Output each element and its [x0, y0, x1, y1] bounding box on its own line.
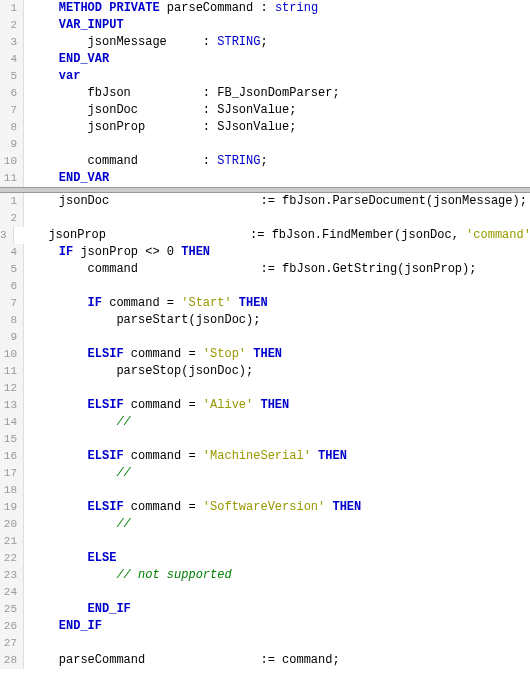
- code-line[interactable]: 13 ELSIF command = 'Alive' THEN: [0, 397, 530, 414]
- token: ELSIF: [88, 500, 124, 514]
- code-line[interactable]: 27: [0, 635, 530, 652]
- line-number: 12: [0, 380, 24, 397]
- code-line[interactable]: 14 //: [0, 414, 530, 431]
- line-number: 20: [0, 516, 24, 533]
- code-content[interactable]: ELSIF command = 'Alive' THEN: [24, 397, 530, 414]
- code-content[interactable]: // not supported: [24, 567, 530, 584]
- code-content[interactable]: VAR_INPUT: [24, 17, 530, 34]
- code-content[interactable]: fbJson : FB_JsonDomParser;: [24, 85, 530, 102]
- token: [30, 568, 116, 582]
- code-content[interactable]: parseCommand := command;: [24, 652, 530, 669]
- token: ;: [260, 35, 267, 49]
- code-line[interactable]: 2: [0, 210, 530, 227]
- code-content[interactable]: jsonProp := fbJson.FindMember(jsonDoc, '…: [14, 227, 530, 244]
- code-content[interactable]: parseStart(jsonDoc);: [24, 312, 530, 329]
- code-line[interactable]: 7 jsonDoc : SJsonValue;: [0, 102, 530, 119]
- code-content[interactable]: [24, 210, 530, 227]
- code-content[interactable]: parseStop(jsonDoc);: [24, 363, 530, 380]
- code-content[interactable]: END_VAR: [24, 51, 530, 68]
- code-content[interactable]: END_IF: [24, 601, 530, 618]
- token: THEN: [332, 500, 361, 514]
- code-line[interactable]: 12: [0, 380, 530, 397]
- code-line[interactable]: 24: [0, 584, 530, 601]
- code-content[interactable]: [24, 635, 530, 652]
- code-line[interactable]: 23 // not supported: [0, 567, 530, 584]
- code-line[interactable]: 11 END_VAR: [0, 170, 530, 187]
- code-line[interactable]: 18: [0, 482, 530, 499]
- code-content[interactable]: ELSE: [24, 550, 530, 567]
- code-content[interactable]: jsonProp : SJsonValue;: [24, 119, 530, 136]
- code-content[interactable]: var: [24, 68, 530, 85]
- token: [30, 69, 59, 83]
- token: [30, 602, 88, 616]
- code-line[interactable]: 26 END_IF: [0, 618, 530, 635]
- code-content[interactable]: IF jsonProp <> 0 THEN: [24, 244, 530, 261]
- code-line[interactable]: 11 parseStop(jsonDoc);: [0, 363, 530, 380]
- code-line[interactable]: 17 //: [0, 465, 530, 482]
- code-content[interactable]: command : STRING;: [24, 153, 530, 170]
- token: string: [275, 1, 318, 15]
- implementation-pane[interactable]: 1 jsonDoc := fbJson.ParseDocument(jsonMe…: [0, 193, 530, 669]
- code-content[interactable]: [24, 136, 530, 153]
- code-content[interactable]: IF command = 'Start' THEN: [24, 295, 530, 312]
- code-line[interactable]: 10 command : STRING;: [0, 153, 530, 170]
- code-line[interactable]: 6 fbJson : FB_JsonDomParser;: [0, 85, 530, 102]
- code-content[interactable]: [24, 482, 530, 499]
- code-line[interactable]: 16 ELSIF command = 'MachineSerial' THEN: [0, 448, 530, 465]
- code-line[interactable]: 20 //: [0, 516, 530, 533]
- code-line[interactable]: 5 command := fbJson.GetString(jsonProp);: [0, 261, 530, 278]
- code-line[interactable]: 3 jsonMessage : STRING;: [0, 34, 530, 51]
- code-line[interactable]: 25 END_IF: [0, 601, 530, 618]
- line-number: 15: [0, 431, 24, 448]
- code-content[interactable]: jsonDoc := fbJson.ParseDocument(jsonMess…: [24, 193, 530, 210]
- code-content[interactable]: ELSIF command = 'SoftwareVersion' THEN: [24, 499, 530, 516]
- code-line[interactable]: 9: [0, 136, 530, 153]
- code-content[interactable]: [24, 278, 530, 295]
- code-line[interactable]: 1 METHOD PRIVATE parseCommand : string: [0, 0, 530, 17]
- line-number: 10: [0, 153, 24, 170]
- code-content[interactable]: ELSIF command = 'Stop' THEN: [24, 346, 530, 363]
- code-line[interactable]: 5 var: [0, 68, 530, 85]
- line-number: 18: [0, 482, 24, 499]
- code-line[interactable]: 10 ELSIF command = 'Stop' THEN: [0, 346, 530, 363]
- code-line[interactable]: 19 ELSIF command = 'SoftwareVersion' THE…: [0, 499, 530, 516]
- line-number: 5: [0, 261, 24, 278]
- code-content[interactable]: jsonDoc : SJsonValue;: [24, 102, 530, 119]
- token: jsonProp <>: [73, 245, 167, 259]
- code-line[interactable]: 15: [0, 431, 530, 448]
- code-line[interactable]: 7 IF command = 'Start' THEN: [0, 295, 530, 312]
- code-line[interactable]: 8 jsonProp : SJsonValue;: [0, 119, 530, 136]
- line-number: 4: [0, 51, 24, 68]
- code-line[interactable]: 4 IF jsonProp <> 0 THEN: [0, 244, 530, 261]
- code-line[interactable]: 21: [0, 533, 530, 550]
- code-line[interactable]: 2 VAR_INPUT: [0, 17, 530, 34]
- code-content[interactable]: [24, 584, 530, 601]
- code-content[interactable]: jsonMessage : STRING;: [24, 34, 530, 51]
- code-content[interactable]: END_IF: [24, 618, 530, 635]
- token: THEN: [181, 245, 210, 259]
- line-number: 6: [0, 278, 24, 295]
- code-line[interactable]: 4 END_VAR: [0, 51, 530, 68]
- code-content[interactable]: [24, 431, 530, 448]
- code-content[interactable]: [24, 329, 530, 346]
- code-content[interactable]: [24, 380, 530, 397]
- code-content[interactable]: [24, 533, 530, 550]
- code-content[interactable]: command := fbJson.GetString(jsonProp);: [24, 261, 530, 278]
- code-line[interactable]: 22 ELSE: [0, 550, 530, 567]
- code-line[interactable]: 8 parseStart(jsonDoc);: [0, 312, 530, 329]
- code-content[interactable]: //: [24, 414, 530, 431]
- declaration-pane[interactable]: 1 METHOD PRIVATE parseCommand : string2 …: [0, 0, 530, 187]
- code-content[interactable]: END_VAR: [24, 170, 530, 187]
- code-content[interactable]: ELSIF command = 'MachineSerial' THEN: [24, 448, 530, 465]
- token: [30, 619, 59, 633]
- code-line[interactable]: 9: [0, 329, 530, 346]
- line-number: 2: [0, 17, 24, 34]
- code-content[interactable]: //: [24, 516, 530, 533]
- code-line[interactable]: 3 jsonProp := fbJson.FindMember(jsonDoc,…: [0, 227, 530, 244]
- code-line[interactable]: 1 jsonDoc := fbJson.ParseDocument(jsonMe…: [0, 193, 530, 210]
- code-line[interactable]: 6: [0, 278, 530, 295]
- code-content[interactable]: METHOD PRIVATE parseCommand : string: [24, 0, 530, 17]
- code-line[interactable]: 28 parseCommand := command;: [0, 652, 530, 669]
- code-content[interactable]: //: [24, 465, 530, 482]
- line-number: 19: [0, 499, 24, 516]
